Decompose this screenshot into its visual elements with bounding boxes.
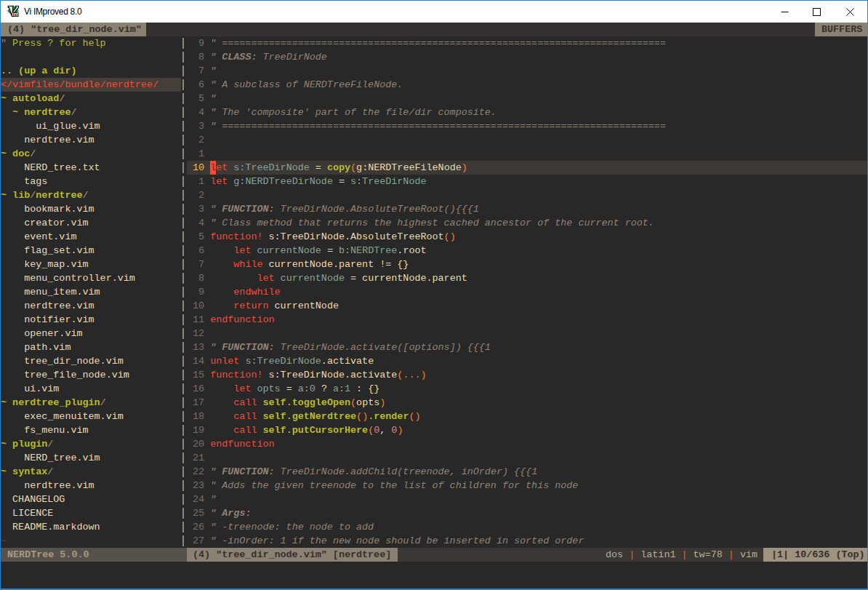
svg-text:im: im — [12, 11, 19, 17]
